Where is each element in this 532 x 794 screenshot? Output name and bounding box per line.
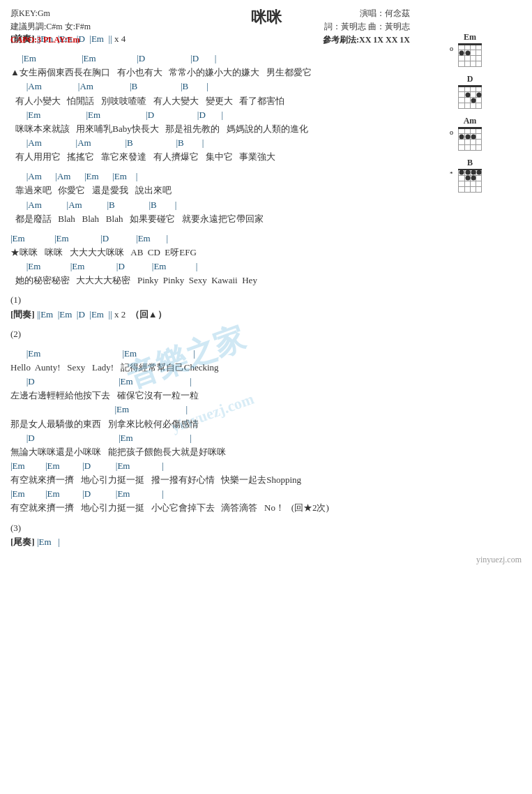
song-title: 咪咪 (251, 7, 282, 28)
am-table (458, 127, 482, 151)
outro: [尾奏] |Em | (10, 535, 413, 549)
chorus-chords1: |Em |Em |D |Em | (10, 232, 413, 246)
section-3: (3) (10, 521, 413, 535)
header: 原KEY:Gm 建議男調:C#m 女:F#m CAPO:3 PLAY:Em 咪咪… (10, 7, 522, 29)
sec2-chords3: |Em | (10, 403, 413, 417)
am-grid-wrap: o (458, 127, 482, 151)
lyricist: 詞：黃明志 曲：黃明志 (323, 20, 410, 33)
chorus-lyrics1: ★咪咪 咪咪 大大大大咪咪 AB CD E呀EFG (10, 246, 413, 260)
verse1-lyrics4: 有人用用它 搖搖它 靠它來發達 有人擠爆它 集中它 事業強大 (10, 150, 413, 164)
sec2-lyrics5: 有空就來擠一擠 地心引力挺一挺 撥一撥有好心情 快樂一起去Shopping (10, 473, 413, 487)
em-chord-diagram: Em o (418, 32, 522, 67)
verse1-chords4: |Am |Am |B |B | (10, 136, 413, 150)
verse2-lyrics1: 靠過來吧 你愛它 還是愛我 說出來吧 (10, 183, 413, 197)
header-right: 演唱：何念茲 詞：黃明志 曲：黃明志 參考刷法:XX 1X XX 1X (323, 7, 410, 47)
key-info: 原KEY:Gm (10, 7, 91, 20)
main-layout: [前奏] ||Em |Em |D |Em || x 4 |Em |Em |D |… (10, 32, 522, 549)
suggestion: 建議男調:C#m 女:F#m (10, 20, 91, 33)
chorus-chords2: |Em |Em |D |Em | (10, 260, 413, 274)
header-left: 原KEY:Gm 建議男調:C#m 女:F#m CAPO:3 PLAY:Em (10, 7, 91, 47)
verse1-chords1: |Em |Em |D |D | (10, 52, 413, 66)
b-label: B (467, 158, 473, 168)
verse1-chords2: |Am |Am |B |B | (10, 80, 413, 93)
b-fret: * (450, 170, 453, 177)
sec2-chords4: |D |Em | (10, 431, 413, 445)
d-label: D (467, 74, 473, 84)
em-table (458, 43, 482, 67)
am-open: o (450, 128, 453, 136)
verse2-chords2: |Am |Am |B |B | (10, 198, 413, 212)
page: 原KEY:Gm 建議男調:C#m 女:F#m CAPO:3 PLAY:Em 咪咪… (0, 0, 532, 794)
verse1-lyrics1: ▲女生兩個東西長在胸口 有小也有大 常常小的嫌小大的嫌大 男生都愛它 (10, 66, 413, 80)
interlude: [間奏] ||Em |Em |D |Em || x 2 （回▲） (10, 308, 413, 322)
verse1-lyrics2: 有人小變大 怕閒話 別吱吱喳喳 有人大變大 變更大 看了都害怕 (10, 94, 413, 108)
sec2-lyrics2: 左邊右邊輕輕給他按下去 確保它沒有一粒一粒 (10, 389, 413, 403)
sec2-lyrics6: 有空就來擠一擠 地心引力挺一挺 小心它會掉下去 滴答滴答 No！ (回★2次) (10, 501, 413, 515)
em-label: Em (464, 32, 476, 43)
sec2-chords5: |Em |Em |D |Em | (10, 459, 413, 473)
chorus-lyrics2: 她的秘密秘密 大大大大秘密 Pinky Pinky Sexy Kawaii He… (10, 274, 413, 287)
sec2-lyrics1: Hello Aunty! Sexy Lady! 記得經常幫自己Checking (10, 361, 413, 375)
verse2-chords1: |Am |Am |Em |Em | (10, 170, 413, 183)
sec2-chords6: |Em |Em |D |Em | (10, 487, 413, 501)
d-table (458, 85, 482, 109)
section-2: (2) (10, 327, 413, 341)
sec2-lyrics3: 那是女人最驕傲的東西 別拿來比較何必傷感情 (10, 417, 413, 431)
b-chord-diagram: B * (418, 158, 522, 193)
em-grid-wrap: o (458, 43, 482, 67)
chord-diagrams: Em o D (418, 32, 522, 200)
d-chord-diagram: D (418, 74, 522, 109)
verse1-chords3: |Em |Em |D |D | (10, 108, 413, 122)
bottom-logo: yinyuezj.com (10, 555, 522, 565)
singer: 演唱：何念茲 (323, 7, 410, 20)
capo-info: CAPO:3 PLAY:Em (10, 33, 91, 47)
em-open: o (450, 45, 453, 52)
am-chord-diagram: Am o (418, 116, 522, 151)
b-grid-wrap: * (458, 169, 482, 193)
strum-pattern: 參考刷法:XX 1X XX 1X (323, 33, 410, 47)
sec2-lyrics4: 無論大咪咪還是小咪咪 能把孩子餵飽長大就是好咪咪 (10, 445, 413, 459)
song-content: [前奏] ||Em |Em |D |Em || x 4 |Em |Em |D |… (10, 32, 418, 549)
section-1: (1) (10, 293, 413, 307)
b-table (458, 169, 482, 193)
am-label: Am (464, 116, 477, 126)
sec2-chords1: |Em |Em | (10, 347, 413, 361)
verse1-lyrics3: 咪咪本來就該 用來哺乳Baby快長大 那是祖先教的 媽媽說的人類的進化 (10, 122, 413, 136)
sec2-chords2: |D |Em | (10, 375, 413, 389)
verse2-lyrics2: 都是廢話 Blah Blah Blah 如果要碰它 就要永遠把它帶回家 (10, 212, 413, 226)
